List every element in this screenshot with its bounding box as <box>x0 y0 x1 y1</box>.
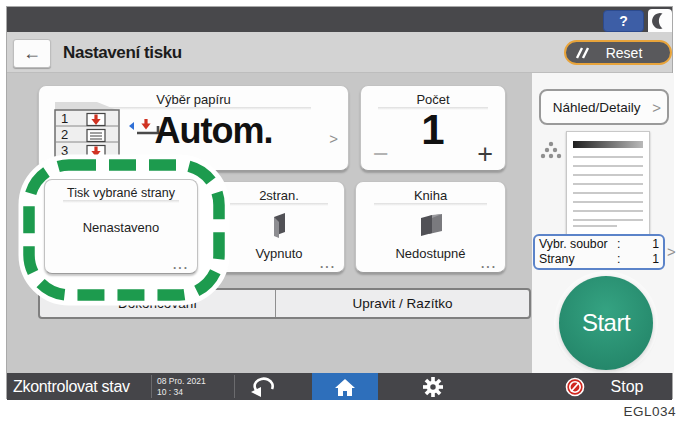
print-selected-pages-card[interactable]: Tisk vybrané strany Nenastaveno ... <box>44 179 198 274</box>
system-bar: ? <box>7 7 672 32</box>
folded-sheet-icon <box>267 212 291 240</box>
booklet-card[interactable]: Kniha Nedostupné ... <box>355 181 506 273</box>
svg-text:3: 3 <box>61 143 68 158</box>
right-panel: Náhled/Detaily > Vybr. soubor : 1 Strany <box>532 73 674 373</box>
book-pages-icon <box>415 212 447 240</box>
date-text: 08 Pro. 2021 <box>157 376 206 387</box>
page-count-label: Strany <box>539 252 617 267</box>
undo-button[interactable] <box>245 373 281 400</box>
reset-button[interactable]: Reset <box>564 40 672 65</box>
toner-dots-icon <box>540 141 562 161</box>
page-count-value: 1 <box>625 252 659 267</box>
figure-caption: EGL034 <box>623 404 676 419</box>
edit-stamp-label: Upravit / Razítko <box>353 296 453 311</box>
home-button[interactable] <box>312 373 378 400</box>
svg-text:1: 1 <box>61 111 68 126</box>
file-count-value: 1 <box>625 237 659 252</box>
finishing-bar: Dokončování Upravit / Razítko <box>38 288 531 319</box>
count-minus-button[interactable]: − <box>373 141 389 168</box>
preview-gradient-bar <box>573 141 643 148</box>
page-title: Nastavení tisku <box>63 32 182 73</box>
paper-select-value: Autom. <box>109 110 318 152</box>
more-dots-icon: ... <box>481 257 497 271</box>
divider <box>151 375 152 398</box>
check-status-button[interactable]: Zkontrolovat stav <box>13 373 130 400</box>
more-dots-icon: ... <box>320 257 336 271</box>
back-arrow-icon: ← <box>23 43 41 64</box>
file-info-row: Strany : 1 <box>539 252 659 267</box>
chevron-right-icon: > <box>667 243 676 260</box>
settings-button[interactable] <box>415 373 451 400</box>
energy-saver-button[interactable] <box>648 9 672 32</box>
reset-label: Reset <box>592 45 656 61</box>
date-time: 08 Pro. 2021 10 : 34 <box>157 376 206 397</box>
stop-label: Stop <box>611 378 644 396</box>
gear-icon <box>423 377 443 397</box>
moon-icon <box>650 11 670 31</box>
duplex-label: 2stran. <box>214 188 344 203</box>
stop-button[interactable]: Stop <box>539 373 669 400</box>
print-selected-pages-label: Tisk vybrané strany <box>45 186 197 200</box>
start-button[interactable]: Start <box>559 276 653 370</box>
back-button[interactable]: ← <box>13 39 51 68</box>
paper-select-card[interactable]: Výběr papíru 1 2 3 Autom. <box>38 85 349 171</box>
preview-text-lines <box>573 156 643 222</box>
edit-stamp-button[interactable]: Upravit / Razítko <box>276 290 529 317</box>
file-count-label: Vybr. soubor <box>539 237 617 252</box>
document-preview-thumbnail <box>566 131 650 239</box>
copy-count-label: Počet <box>361 92 505 107</box>
more-dots-icon: ... <box>173 258 189 272</box>
chevron-right-icon: > <box>329 130 338 147</box>
divider <box>234 375 235 398</box>
reset-slashes-icon <box>574 46 592 60</box>
help-icon: ? <box>619 13 628 29</box>
undo-arrow-icon <box>249 376 277 398</box>
count-plus-button[interactable]: + <box>477 141 493 168</box>
copy-count-card: Počet 1 − + <box>360 85 506 171</box>
time-text: 10 : 34 <box>157 387 206 398</box>
file-info-box[interactable]: Vybr. soubor : 1 Strany : 1 <box>533 234 665 270</box>
header: ← Nastavení tisku Reset <box>7 32 672 73</box>
print-selected-pages-value: Nenastaveno <box>45 220 197 235</box>
preview-details-button[interactable]: Náhled/Detaily > <box>539 89 669 125</box>
booklet-label: Kniha <box>356 188 505 203</box>
svg-text:2: 2 <box>61 127 68 142</box>
preview-details-label: Náhled/Detaily <box>541 100 652 115</box>
stop-icon <box>565 377 585 397</box>
bottom-bar: Zkontrolovat stav 08 Pro. 2021 10 : 34 <box>7 373 672 400</box>
help-button[interactable]: ? <box>603 10 644 32</box>
chevron-right-icon: > <box>652 99 661 116</box>
file-info-row: Vybr. soubor : 1 <box>539 237 659 252</box>
preview-last-line <box>573 225 617 227</box>
duplex-card[interactable]: 2stran. Vypnuto ... <box>213 181 345 273</box>
printer-touchscreen: ? ← Nastavení tisku Reset Výběr papíru <box>6 6 673 399</box>
finishing-label: Dokončování <box>118 296 197 311</box>
home-icon <box>334 377 356 397</box>
start-label: Start <box>582 309 630 337</box>
finishing-button[interactable]: Dokončování <box>40 290 276 317</box>
